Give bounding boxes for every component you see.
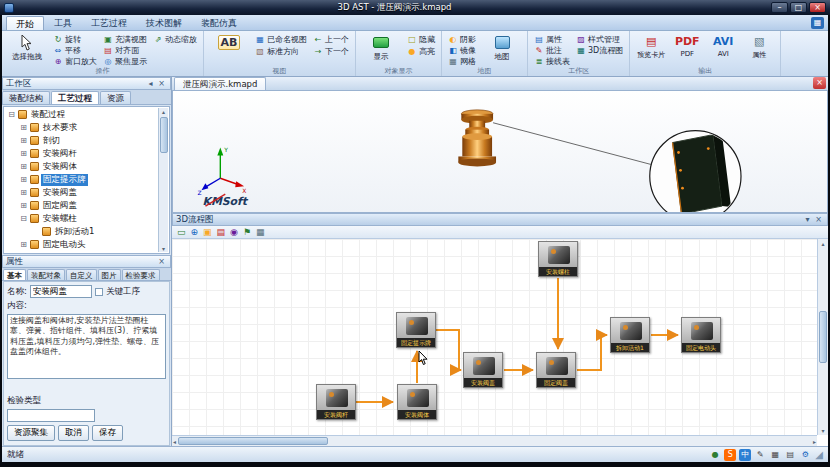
properties-tab[interactable]: 基本 bbox=[3, 269, 26, 280]
ribbon-button[interactable]: ●高亮 bbox=[405, 46, 437, 57]
flow-node[interactable]: 安装阀体 bbox=[397, 384, 437, 420]
close-panel-icon[interactable]: × bbox=[156, 257, 167, 266]
flow-node[interactable]: 固定电动头 bbox=[681, 317, 721, 353]
tree-item[interactable]: ⊞固定电动头 bbox=[5, 238, 158, 251]
scrollbar-thumb[interactable] bbox=[178, 437, 328, 445]
style-switch-icon[interactable]: ▦ bbox=[811, 17, 824, 29]
close-button[interactable]: × bbox=[809, 2, 826, 13]
document-close-icon[interactable]: × bbox=[813, 77, 826, 89]
tree-item[interactable]: ⊞剖切 bbox=[5, 134, 158, 147]
ribbon-button[interactable]: ▧标准方向 bbox=[253, 46, 309, 57]
ribbon-tab[interactable]: 装配仿真 bbox=[192, 16, 246, 30]
resize-grip[interactable]: ◢ bbox=[815, 449, 823, 460]
vertical-scrollbar[interactable]: ▴▾ bbox=[817, 239, 828, 435]
ribbon-big-button[interactable]: AVIAVI bbox=[706, 33, 740, 67]
panel-tab[interactable]: 装配结构 bbox=[2, 91, 50, 104]
workspace-panel-header[interactable]: 工作区 ◂ × bbox=[2, 77, 171, 90]
valve-model[interactable] bbox=[458, 110, 496, 167]
tree-item[interactable]: ⊟安装螺柱 bbox=[5, 212, 158, 225]
panel-tab[interactable]: 资源 bbox=[100, 91, 131, 104]
flow-tool-icon[interactable]: ⊕ bbox=[191, 226, 199, 238]
select-drag-button[interactable]: 选择拖拽 bbox=[6, 33, 48, 67]
scrollbar-thumb[interactable] bbox=[160, 117, 168, 153]
ribbon-tab[interactable]: 工艺过程 bbox=[82, 16, 136, 30]
ribbon-button[interactable]: ↻旋转 bbox=[51, 34, 99, 45]
flow-node[interactable]: 安装阀盖 bbox=[463, 352, 503, 388]
ribbon-button[interactable]: ▦已命名视图 bbox=[253, 34, 309, 45]
tree-expander-icon[interactable]: ⊞ bbox=[19, 175, 28, 184]
flow-node[interactable]: 固定提示牌 bbox=[396, 312, 436, 348]
ribbon-tab[interactable]: 开始 bbox=[6, 16, 44, 30]
ribbon-button[interactable]: ▤对齐面 bbox=[101, 45, 149, 56]
3d-viewport[interactable]: Y X Z KMSoft bbox=[172, 91, 828, 213]
status-icon[interactable]: ▦ bbox=[769, 449, 781, 459]
properties-panel-header[interactable]: 属性 × bbox=[2, 255, 171, 268]
flow-node[interactable]: 拆卸活动1 bbox=[610, 317, 650, 353]
tree-expander-icon[interactable]: ⊞ bbox=[19, 240, 28, 249]
ribbon-button[interactable]: ⇗动态缩放 bbox=[151, 34, 199, 45]
properties-button[interactable]: 保存 bbox=[92, 425, 123, 441]
minimize-button[interactable]: – bbox=[771, 2, 788, 13]
flow-canvas[interactable]: 安装阀杆安装阀体固定提示牌安装阀盖固定阀盖安装螺柱拆卸活动1固定电动头 bbox=[172, 239, 817, 435]
properties-button[interactable]: 取消 bbox=[58, 425, 89, 441]
document-tab[interactable]: 泄压阀演示.kmapd bbox=[174, 77, 266, 90]
properties-tab[interactable]: 检验要求 bbox=[122, 269, 160, 280]
annotate-view-button[interactable]: AB bbox=[208, 33, 250, 67]
tree-item[interactable]: ⊞安装阀杆 bbox=[5, 147, 158, 160]
close-panel-icon[interactable]: × bbox=[813, 215, 824, 224]
flow-tool-icon[interactable]: ◉ bbox=[230, 226, 238, 238]
status-icon[interactable]: ▤ bbox=[784, 449, 796, 459]
status-icon[interactable]: S bbox=[724, 449, 736, 459]
tree-expander-icon[interactable]: ⊞ bbox=[19, 123, 28, 132]
check-type-field[interactable] bbox=[7, 409, 95, 422]
properties-button[interactable]: 资源聚集 bbox=[7, 425, 55, 441]
ribbon-button[interactable]: ←上一个 bbox=[311, 34, 351, 45]
tree-expander-icon[interactable]: ⊞ bbox=[19, 162, 28, 171]
ribbon-button[interactable]: ▤属性 bbox=[532, 34, 572, 45]
tree-item[interactable]: ⊞安装阀体 bbox=[5, 160, 158, 173]
ribbon-button[interactable]: ⇔平移 bbox=[51, 45, 99, 56]
tree-expander-icon[interactable]: ⊞ bbox=[19, 188, 28, 197]
map-button[interactable]: 地图 bbox=[481, 33, 523, 67]
flow-tool-icon[interactable]: ▣ bbox=[203, 226, 212, 238]
ribbon-button[interactable]: ▨样式管理 bbox=[574, 34, 625, 45]
tree-item[interactable]: ⊞技术要求 bbox=[5, 121, 158, 134]
properties-tab[interactable]: 图片 bbox=[98, 269, 121, 280]
horizontal-scrollbar[interactable]: ◂▸ bbox=[172, 435, 817, 446]
tree-expander-icon[interactable]: ⊟ bbox=[19, 214, 28, 223]
tree-expander-icon[interactable]: ⊞ bbox=[19, 136, 28, 145]
collapse-panel-icon[interactable]: ◂ bbox=[145, 79, 156, 88]
key-process-checkbox[interactable] bbox=[95, 288, 103, 296]
ribbon-button[interactable]: □隐藏 bbox=[405, 34, 437, 45]
flow-tool-icon[interactable]: ▭ bbox=[177, 226, 186, 238]
flow-tool-icon[interactable]: ⚑ bbox=[243, 226, 251, 238]
tree-item[interactable]: ⊞固定提示牌 bbox=[5, 173, 158, 186]
status-icon[interactable]: ● bbox=[709, 449, 721, 459]
ribbon-button[interactable]: ▣充满视图 bbox=[101, 34, 149, 45]
ribbon-button[interactable]: ◧镜像 bbox=[446, 45, 478, 56]
flow-tool-icon[interactable]: ▤ bbox=[217, 226, 226, 238]
status-icon[interactable]: ⚙ bbox=[799, 449, 811, 459]
panel-tab[interactable]: 工艺过程 bbox=[51, 91, 99, 104]
ribbon-button[interactable]: ▦3D流程图 bbox=[574, 45, 625, 56]
minimize-panel-icon[interactable]: ▾ bbox=[802, 215, 813, 224]
flow-panel-header[interactable]: 3D流程图 ▾ × bbox=[172, 213, 828, 226]
ribbon-big-button[interactable]: ▧属性 bbox=[742, 33, 776, 67]
status-icon[interactable]: 中 bbox=[739, 449, 751, 459]
tree-expander-icon[interactable]: ⊟ bbox=[7, 110, 16, 119]
tree-scrollbar[interactable]: ▴▾ bbox=[158, 108, 168, 252]
tree-expander-icon[interactable]: ⊞ bbox=[19, 201, 28, 210]
detail-circle[interactable] bbox=[650, 131, 741, 212]
ribbon-big-button[interactable]: PDFPDF bbox=[670, 33, 704, 67]
process-tree[interactable]: ⊟装配过程⊞技术要求⊞剖切⊞安装阀杆⊞安装阀体⊞固定提示牌⊞安装阀盖⊞固定阀盖⊟… bbox=[3, 106, 170, 254]
ribbon-button[interactable]: ✎批注 bbox=[532, 45, 572, 56]
flow-node[interactable]: 固定阀盖 bbox=[536, 352, 576, 388]
flow-node[interactable]: 安装螺柱 bbox=[538, 241, 578, 277]
close-panel-icon[interactable]: × bbox=[156, 79, 167, 88]
status-icon[interactable]: ✎ bbox=[754, 449, 766, 459]
scrollbar-thumb[interactable] bbox=[819, 311, 827, 363]
tree-item[interactable]: ⊞安装阀盖 bbox=[5, 186, 158, 199]
maximize-button[interactable]: □ bbox=[790, 2, 807, 13]
properties-tab[interactable]: 装配对象 bbox=[27, 269, 65, 280]
tree-item[interactable]: 拆卸活动1 bbox=[5, 225, 158, 238]
